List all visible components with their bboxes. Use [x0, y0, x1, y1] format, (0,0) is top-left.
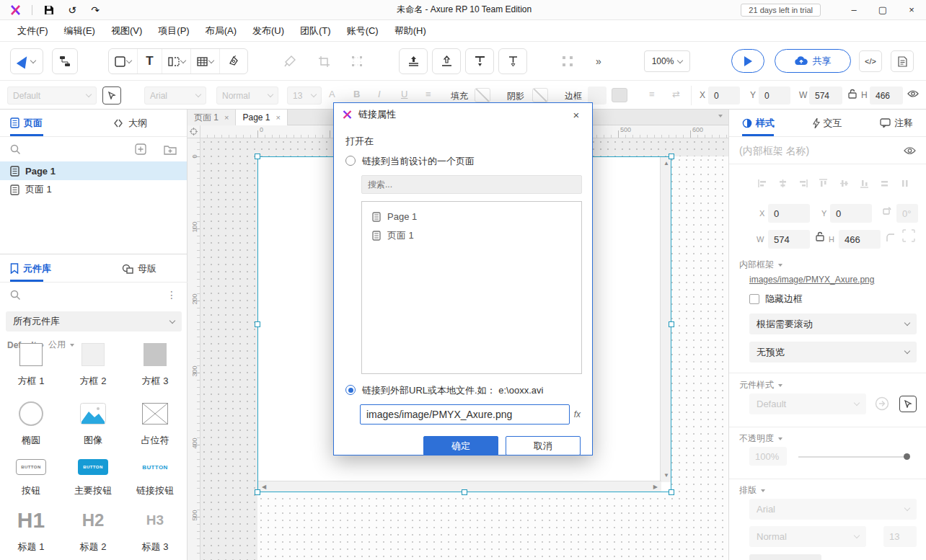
- add-folder-icon[interactable]: [164, 144, 177, 155]
- cancel-button[interactable]: 取消: [506, 436, 581, 455]
- dialog-page-search-input[interactable]: [361, 175, 582, 194]
- widget-image[interactable]: 图像: [62, 398, 124, 447]
- selection-handle-sw[interactable]: [255, 489, 260, 495]
- opacity-section-header[interactable]: 不透明度: [739, 432, 782, 445]
- selection-handle-s[interactable]: [462, 489, 467, 495]
- menu-view[interactable]: 视图(V): [104, 22, 149, 40]
- menu-account[interactable]: 账号(C): [340, 22, 386, 40]
- close-tab-icon[interactable]: ×: [276, 113, 281, 122]
- tab-style[interactable]: 样式: [742, 110, 775, 136]
- x-field[interactable]: 0: [768, 204, 810, 223]
- h-field[interactable]: 466: [839, 230, 881, 249]
- tab-interaction[interactable]: 交互: [813, 110, 842, 136]
- y-field[interactable]: 0: [759, 86, 790, 105]
- tab-list-dropdown-icon[interactable]: [718, 115, 723, 117]
- text-tool-button[interactable]: T: [138, 49, 162, 74]
- connector-tool-button[interactable]: [52, 48, 78, 74]
- widget-box1[interactable]: 方框 1: [0, 339, 62, 388]
- y-field[interactable]: 0: [830, 204, 872, 223]
- w-field[interactable]: 574: [768, 230, 810, 249]
- link-to-page-radio-row[interactable]: 链接到当前设计的一个页面: [345, 155, 581, 168]
- sidebar-page-item[interactable]: 页面 1: [0, 180, 187, 199]
- preview-button[interactable]: [731, 49, 764, 73]
- lock-ratio-icon[interactable]: [816, 231, 824, 241]
- tab-pages[interactable]: 页面: [10, 110, 43, 136]
- fill-swatch[interactable]: [475, 88, 490, 102]
- fx-button[interactable]: fx: [574, 409, 581, 419]
- selection-handle-ne[interactable]: [669, 154, 674, 159]
- selection-handle-e[interactable]: [669, 321, 674, 327]
- widget-box3[interactable]: 方框 3: [124, 339, 186, 388]
- widget-vertical-scrollbar[interactable]: ▲ ▼: [660, 157, 671, 482]
- vertical-ruler[interactable]: 0 100 200 300 400 500: [188, 138, 200, 560]
- visibility-eye-icon[interactable]: [904, 146, 916, 155]
- link-external-radio-row[interactable]: 链接到外部URL或本地文件.如： e:\ooxx.avi: [345, 384, 581, 397]
- close-tab-icon[interactable]: ×: [224, 113, 229, 122]
- widget-button[interactable]: BUTTON按钮: [0, 454, 62, 497]
- toolbar-overflow-button[interactable]: »: [588, 48, 609, 74]
- code-view-button[interactable]: </>: [859, 50, 882, 72]
- widget-h3[interactable]: H3标题 3: [124, 505, 186, 554]
- style-picker-button[interactable]: [102, 86, 121, 105]
- dialog-page-list[interactable]: Page 1 页面 1: [361, 201, 582, 374]
- external-url-input[interactable]: [360, 404, 570, 425]
- page-tab[interactable]: 页面 1×: [188, 110, 236, 125]
- ok-button[interactable]: 确定: [423, 436, 498, 455]
- widget-placeholder[interactable]: 占位符: [124, 398, 186, 447]
- save-icon[interactable]: [43, 4, 56, 17]
- share-button[interactable]: 共享: [775, 49, 851, 73]
- widget-h1[interactable]: H1标题 1: [0, 505, 62, 554]
- scroll-left-icon[interactable]: ◀: [262, 484, 266, 490]
- widget-ellipse[interactable]: 椭圆: [0, 398, 62, 447]
- align-text-bottom-button[interactable]: [498, 48, 527, 74]
- lock-ratio-icon[interactable]: [848, 89, 857, 99]
- hide-border-checkbox-row[interactable]: 隐藏边框: [749, 293, 803, 306]
- library-filter-select[interactable]: 所有元件库: [6, 311, 182, 332]
- scroll-down-icon[interactable]: ▼: [663, 473, 669, 479]
- selection-handle-nw[interactable]: [255, 154, 260, 159]
- widget-h2[interactable]: H2标题 2: [62, 505, 124, 554]
- ruler-origin-icon[interactable]: [188, 125, 200, 138]
- minimize-button[interactable]: –: [839, 0, 868, 19]
- add-page-icon[interactable]: [135, 143, 146, 155]
- select-tool-button[interactable]: [10, 48, 43, 74]
- spec-doc-button[interactable]: [891, 50, 914, 72]
- maximize-button[interactable]: ▢: [868, 0, 897, 19]
- widget-box2[interactable]: 方框 2: [62, 339, 124, 388]
- iframe-target-link[interactable]: images/image/PMYX_Axure.png: [749, 275, 874, 285]
- style-picker-button[interactable]: [899, 396, 917, 412]
- widget-link-button[interactable]: BUTTON链接按钮: [124, 454, 186, 497]
- search-icon[interactable]: [10, 290, 21, 301]
- widget-style-section-header[interactable]: 元件样式: [739, 379, 782, 391]
- selection-handle-w[interactable]: [255, 321, 260, 327]
- radio-unchecked-icon[interactable]: [345, 156, 356, 166]
- dialog-page-item[interactable]: 页面 1: [362, 226, 581, 246]
- menu-help[interactable]: 帮助(H): [387, 22, 433, 40]
- w-field[interactable]: 574: [809, 86, 842, 105]
- tab-masters[interactable]: 母版: [122, 255, 156, 282]
- kebab-menu-icon[interactable]: ⋮: [167, 289, 177, 301]
- menu-arrange[interactable]: 布局(A): [198, 22, 244, 40]
- frame-tool-button[interactable]: [162, 49, 191, 74]
- menu-file[interactable]: 文件(F): [10, 22, 56, 40]
- opacity-slider-knob[interactable]: [904, 453, 910, 460]
- menu-publish[interactable]: 发布(U): [245, 22, 291, 40]
- rectangle-tool-button[interactable]: [109, 49, 138, 74]
- page-tab-active[interactable]: Page 1×: [236, 110, 287, 125]
- widget-name-input[interactable]: [739, 145, 898, 156]
- trial-badge[interactable]: 21 days left in trial: [741, 4, 821, 17]
- zoom-select[interactable]: 100%: [644, 50, 690, 72]
- opacity-slider-track[interactable]: [798, 456, 907, 458]
- radio-checked-icon[interactable]: [345, 385, 356, 395]
- scroll-up-icon[interactable]: ▲: [663, 161, 669, 166]
- tab-library[interactable]: 元件库: [10, 255, 51, 282]
- dialog-close-icon[interactable]: ×: [569, 109, 583, 121]
- table-tool-button[interactable]: [191, 49, 220, 74]
- typography-section-header[interactable]: 排版: [739, 484, 765, 497]
- align-text-top-button[interactable]: [465, 48, 494, 74]
- tab-outline[interactable]: 大纲: [113, 110, 147, 136]
- undo-icon[interactable]: ↺: [66, 4, 79, 17]
- tab-notes[interactable]: 注释: [880, 110, 913, 136]
- search-icon[interactable]: [10, 144, 21, 155]
- checkbox-icon[interactable]: [749, 294, 759, 304]
